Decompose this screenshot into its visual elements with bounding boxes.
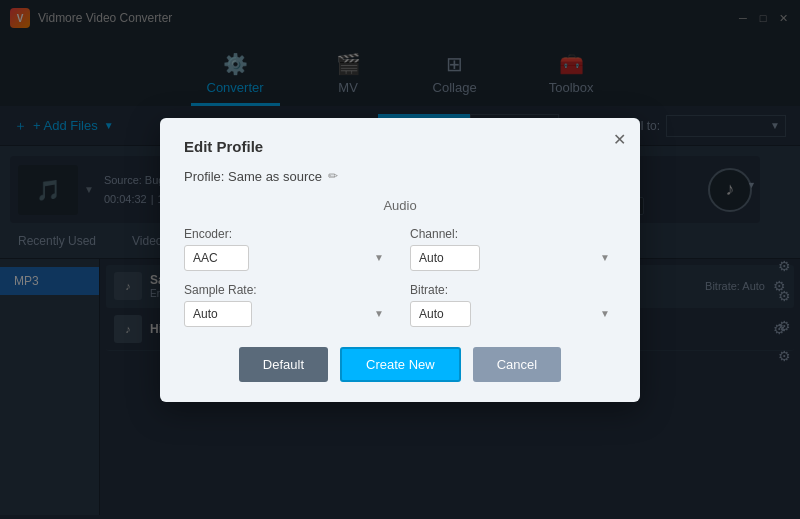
- sample-rate-arrow: ▼: [374, 308, 384, 319]
- modal-close-button[interactable]: ✕: [613, 130, 626, 149]
- bitrate-select-wrapper: Auto128k192k320k ▼: [410, 301, 616, 327]
- modal-profile-text: Profile: Same as source: [184, 169, 322, 184]
- sample-rate-select[interactable]: Auto4410048000: [184, 301, 252, 327]
- modal-profile: Profile: Same as source ✏: [184, 169, 616, 184]
- sample-rate-select-wrapper: Auto4410048000 ▼: [184, 301, 390, 327]
- modal-section-title: Audio: [184, 198, 616, 213]
- modal-overlay: ✕ Edit Profile Profile: Same as source ✏…: [0, 0, 800, 519]
- bitrate-label: Bitrate:: [410, 283, 616, 297]
- encoder-select-wrapper: AACMP3FLAC ▼: [184, 245, 390, 271]
- encoder-select[interactable]: AACMP3FLAC: [184, 245, 249, 271]
- modal-actions: Default Create New Cancel: [184, 347, 616, 382]
- bitrate-select[interactable]: Auto128k192k320k: [410, 301, 471, 327]
- bitrate-group: Bitrate: Auto128k192k320k ▼: [410, 283, 616, 327]
- modal-edit-icon[interactable]: ✏: [328, 169, 338, 183]
- bitrate-arrow: ▼: [600, 308, 610, 319]
- edit-profile-modal: ✕ Edit Profile Profile: Same as source ✏…: [160, 118, 640, 402]
- modal-title: Edit Profile: [184, 138, 616, 155]
- sample-rate-group: Sample Rate: Auto4410048000 ▼: [184, 283, 390, 327]
- channel-select[interactable]: AutoMonoStereo: [410, 245, 480, 271]
- channel-arrow: ▼: [600, 252, 610, 263]
- encoder-arrow: ▼: [374, 252, 384, 263]
- encoder-label: Encoder:: [184, 227, 390, 241]
- default-button[interactable]: Default: [239, 347, 328, 382]
- sample-rate-label: Sample Rate:: [184, 283, 390, 297]
- cancel-button[interactable]: Cancel: [473, 347, 561, 382]
- modal-form: Encoder: AACMP3FLAC ▼ Channel: AutoMonoS…: [184, 227, 616, 327]
- encoder-group: Encoder: AACMP3FLAC ▼: [184, 227, 390, 271]
- channel-label: Channel:: [410, 227, 616, 241]
- channel-select-wrapper: AutoMonoStereo ▼: [410, 245, 616, 271]
- channel-group: Channel: AutoMonoStereo ▼: [410, 227, 616, 271]
- create-new-button[interactable]: Create New: [340, 347, 461, 382]
